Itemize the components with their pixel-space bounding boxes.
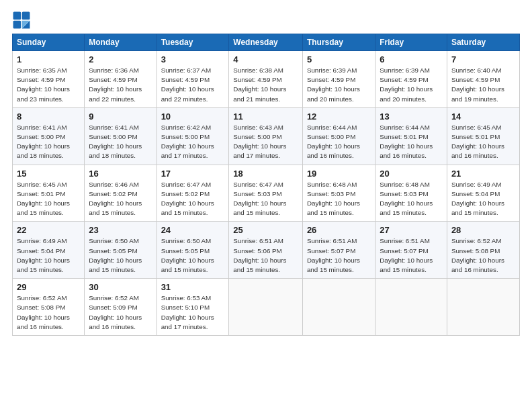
day-info: Sunrise: 6:48 AMSunset: 5:03 PMDaylight:… — [380, 180, 443, 218]
day-number: 26 — [307, 225, 371, 235]
day-info: Sunrise: 6:51 AMSunset: 5:07 PMDaylight:… — [307, 236, 371, 275]
calendar-cell: 8 Sunrise: 6:41 AMSunset: 5:00 PMDayligh… — [13, 107, 85, 165]
day-info: Sunrise: 6:52 AMSunset: 5:09 PMDaylight:… — [89, 293, 152, 332]
day-info: Sunrise: 6:35 AMSunset: 4:59 PMDaylight:… — [17, 66, 80, 104]
logo-icon — [12, 11, 31, 30]
weekday-header-thursday: Thursday — [302, 34, 375, 51]
calendar-cell: 30 Sunrise: 6:52 AMSunset: 5:09 PMDaylig… — [85, 279, 157, 336]
day-number: 5 — [307, 54, 371, 64]
calendar-week-1: 1 Sunrise: 6:35 AMSunset: 4:59 PMDayligh… — [13, 51, 520, 108]
day-number: 15 — [17, 169, 80, 179]
calendar-cell — [375, 279, 447, 336]
day-info: Sunrise: 6:39 AMSunset: 4:59 PMDaylight:… — [307, 66, 371, 104]
day-info: Sunrise: 6:49 AMSunset: 5:04 PMDaylight:… — [451, 180, 515, 218]
day-number: 19 — [307, 169, 371, 179]
calendar-cell: 25 Sunrise: 6:51 AMSunset: 5:06 PMDaylig… — [229, 222, 303, 279]
day-number: 11 — [233, 111, 298, 122]
calendar-cell — [447, 279, 519, 336]
day-info: Sunrise: 6:46 AMSunset: 5:02 PMDaylight:… — [89, 180, 152, 218]
calendar-cell: 19 Sunrise: 6:48 AMSunset: 5:03 PMDaylig… — [302, 165, 375, 222]
day-info: Sunrise: 6:48 AMSunset: 5:03 PMDaylight:… — [307, 180, 371, 218]
day-info: Sunrise: 6:50 AMSunset: 5:05 PMDaylight:… — [161, 236, 225, 275]
weekday-header-friday: Friday — [375, 34, 447, 51]
weekday-header-saturday: Saturday — [447, 34, 519, 51]
day-info: Sunrise: 6:38 AMSunset: 4:59 PMDaylight:… — [233, 66, 298, 104]
calendar-cell: 29 Sunrise: 6:52 AMSunset: 5:08 PMDaylig… — [13, 279, 85, 336]
calendar-cell: 3 Sunrise: 6:37 AMSunset: 4:59 PMDayligh… — [157, 51, 229, 108]
calendar-cell: 21 Sunrise: 6:49 AMSunset: 5:04 PMDaylig… — [447, 165, 519, 222]
day-info: Sunrise: 6:41 AMSunset: 5:00 PMDaylight:… — [89, 123, 152, 161]
day-number: 21 — [451, 169, 515, 179]
day-number: 7 — [451, 54, 515, 64]
day-info: Sunrise: 6:40 AMSunset: 4:59 PMDaylight:… — [451, 66, 515, 104]
calendar-cell: 15 Sunrise: 6:45 AMSunset: 5:01 PMDaylig… — [13, 165, 85, 222]
svg-rect-1 — [22, 12, 30, 20]
day-info: Sunrise: 6:47 AMSunset: 5:02 PMDaylight:… — [161, 180, 225, 218]
calendar-week-3: 15 Sunrise: 6:45 AMSunset: 5:01 PMDaylig… — [13, 165, 520, 222]
calendar-cell: 9 Sunrise: 6:41 AMSunset: 5:00 PMDayligh… — [85, 107, 157, 165]
weekday-header-tuesday: Tuesday — [157, 34, 229, 51]
day-number: 24 — [161, 225, 225, 235]
calendar-cell: 20 Sunrise: 6:48 AMSunset: 5:03 PMDaylig… — [375, 165, 447, 222]
calendar-cell: 11 Sunrise: 6:43 AMSunset: 5:00 PMDaylig… — [229, 107, 303, 165]
day-number: 8 — [17, 111, 80, 122]
day-info: Sunrise: 6:53 AMSunset: 5:10 PMDaylight:… — [161, 293, 225, 332]
day-info: Sunrise: 6:44 AMSunset: 5:00 PMDaylight:… — [307, 123, 371, 161]
weekday-header-monday: Monday — [85, 34, 157, 51]
day-info: Sunrise: 6:47 AMSunset: 5:03 PMDaylight:… — [233, 180, 298, 218]
calendar-cell: 18 Sunrise: 6:47 AMSunset: 5:03 PMDaylig… — [229, 165, 303, 222]
calendar-week-2: 8 Sunrise: 6:41 AMSunset: 5:00 PMDayligh… — [13, 107, 520, 165]
calendar-cell: 14 Sunrise: 6:45 AMSunset: 5:01 PMDaylig… — [447, 107, 519, 165]
day-info: Sunrise: 6:45 AMSunset: 5:01 PMDaylight:… — [451, 123, 515, 161]
day-info: Sunrise: 6:44 AMSunset: 5:01 PMDaylight:… — [380, 123, 443, 161]
day-number: 3 — [161, 54, 225, 64]
day-info: Sunrise: 6:43 AMSunset: 5:00 PMDaylight:… — [233, 123, 298, 161]
day-number: 25 — [233, 225, 298, 235]
day-number: 4 — [233, 54, 298, 64]
calendar-cell: 16 Sunrise: 6:46 AMSunset: 5:02 PMDaylig… — [85, 165, 157, 222]
calendar-cell: 24 Sunrise: 6:50 AMSunset: 5:05 PMDaylig… — [157, 222, 229, 279]
day-info: Sunrise: 6:49 AMSunset: 5:04 PMDaylight:… — [17, 236, 80, 275]
calendar-cell: 31 Sunrise: 6:53 AMSunset: 5:10 PMDaylig… — [157, 279, 229, 336]
calendar-cell: 28 Sunrise: 6:52 AMSunset: 5:08 PMDaylig… — [447, 222, 519, 279]
calendar-cell: 12 Sunrise: 6:44 AMSunset: 5:00 PMDaylig… — [302, 107, 375, 165]
day-number: 30 — [89, 282, 152, 292]
calendar-cell: 5 Sunrise: 6:39 AMSunset: 4:59 PMDayligh… — [302, 51, 375, 108]
day-number: 1 — [17, 54, 80, 64]
day-info: Sunrise: 6:39 AMSunset: 4:59 PMDaylight:… — [380, 66, 443, 104]
day-number: 9 — [89, 111, 152, 122]
day-info: Sunrise: 6:51 AMSunset: 5:07 PMDaylight:… — [380, 236, 443, 275]
page-container: SundayMondayTuesdayWednesdayThursdayFrid… — [0, 0, 532, 411]
day-info: Sunrise: 6:41 AMSunset: 5:00 PMDaylight:… — [17, 123, 80, 161]
day-number: 20 — [380, 169, 443, 179]
day-info: Sunrise: 6:50 AMSunset: 5:05 PMDaylight:… — [89, 236, 152, 275]
calendar-cell: 4 Sunrise: 6:38 AMSunset: 4:59 PMDayligh… — [229, 51, 303, 108]
calendar-header-row: SundayMondayTuesdayWednesdayThursdayFrid… — [13, 34, 520, 51]
calendar-cell: 27 Sunrise: 6:51 AMSunset: 5:07 PMDaylig… — [375, 222, 447, 279]
calendar-cell: 26 Sunrise: 6:51 AMSunset: 5:07 PMDaylig… — [302, 222, 375, 279]
day-number: 12 — [307, 111, 371, 122]
calendar-cell: 23 Sunrise: 6:50 AMSunset: 5:05 PMDaylig… — [85, 222, 157, 279]
calendar-cell: 17 Sunrise: 6:47 AMSunset: 5:02 PMDaylig… — [157, 165, 229, 222]
day-info: Sunrise: 6:37 AMSunset: 4:59 PMDaylight:… — [161, 66, 225, 104]
day-info: Sunrise: 6:52 AMSunset: 5:08 PMDaylight:… — [451, 236, 515, 275]
header — [12, 11, 520, 30]
day-number: 16 — [89, 169, 152, 179]
day-info: Sunrise: 6:42 AMSunset: 5:00 PMDaylight:… — [161, 123, 225, 161]
day-number: 2 — [89, 54, 152, 64]
calendar-cell: 22 Sunrise: 6:49 AMSunset: 5:04 PMDaylig… — [13, 222, 85, 279]
calendar-week-5: 29 Sunrise: 6:52 AMSunset: 5:08 PMDaylig… — [13, 279, 520, 336]
calendar-cell: 7 Sunrise: 6:40 AMSunset: 4:59 PMDayligh… — [447, 51, 519, 108]
day-number: 27 — [380, 225, 443, 235]
day-number: 13 — [380, 111, 443, 122]
day-number: 10 — [161, 111, 225, 122]
day-number: 23 — [89, 225, 152, 235]
svg-rect-2 — [13, 21, 21, 29]
day-number: 18 — [233, 169, 298, 179]
calendar-cell: 1 Sunrise: 6:35 AMSunset: 4:59 PMDayligh… — [13, 51, 85, 108]
day-number: 29 — [17, 282, 80, 292]
day-info: Sunrise: 6:51 AMSunset: 5:06 PMDaylight:… — [233, 236, 298, 275]
calendar-week-4: 22 Sunrise: 6:49 AMSunset: 5:04 PMDaylig… — [13, 222, 520, 279]
calendar-cell: 2 Sunrise: 6:36 AMSunset: 4:59 PMDayligh… — [85, 51, 157, 108]
weekday-header-wednesday: Wednesday — [229, 34, 303, 51]
